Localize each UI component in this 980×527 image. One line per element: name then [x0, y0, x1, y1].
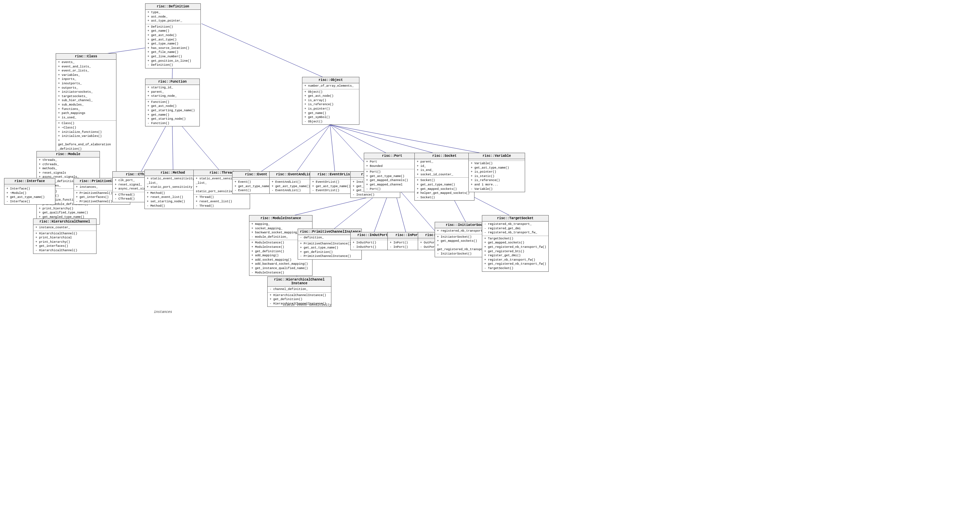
class-method-header: risc::Method — [145, 170, 201, 176]
svg-line-11 — [330, 125, 335, 175]
class-port-attrs: + Port+ Bounded — [364, 159, 420, 169]
label-static-event-sensitivity: static event sensitivity — [283, 303, 331, 307]
class-definition-attrs: + type_+ ast_node_+ ast_type_pointer_ — [145, 10, 200, 24]
class-object-attrs: + number_of_array_elements_ — [302, 83, 359, 89]
class-target-socket-methods: + TargetSocket()+ get_mapped_sockets()+ … — [482, 236, 548, 271]
class-object-header: risc::Object — [302, 77, 359, 83]
class-hierarchical-channel-header: risc::HierarchicalChannel — [33, 219, 96, 225]
class-hierarchical-channel-attrs: + instance_counter_ — [33, 225, 96, 231]
class-hierarchical-channel-instance: risc::HierarchicalChannelInstance - chan… — [267, 276, 331, 307]
class-class-attrs: + events_+ event_and_lists_+ event_or_li… — [56, 60, 116, 121]
class-variable-methods: + Variable()+ get_ast_type_name()+ is_po… — [469, 161, 525, 192]
class-interface-methods: + Interface()+ ~Module()+ get_ast_type_n… — [5, 186, 55, 204]
class-socket-methods: + Socket()+ get_ast_type_name()+ get_map… — [415, 178, 474, 200]
svg-line-10 — [294, 125, 330, 175]
class-hierarchical-channel-instance-attrs: - channel_definition_ — [267, 287, 331, 293]
class-method-methods: + Method()+ reset_event_list()+ set_star… — [145, 190, 201, 209]
class-interface-header: risc::Interface — [5, 178, 55, 184]
svg-line-0 — [202, 24, 330, 80]
class-variable-header: risc::Variable — [469, 153, 525, 159]
class-socket-attrs: + parent_+ id_+ is_end_+ socket_id_count… — [415, 159, 474, 178]
label-instances: instances — [154, 310, 172, 314]
class-object: risc::Object + number_of_array_elements_… — [302, 77, 360, 125]
svg-line-14 — [330, 125, 445, 156]
diagram-container: risc::Definition + type_+ ast_node_+ ast… — [0, 0, 980, 527]
class-port-methods: + Port()+ get_ast_type_name()+ get_mappe… — [364, 169, 420, 192]
class-target-socket-header: risc::TargetSocket — [482, 216, 548, 222]
class-socket: risc::Socket + parent_+ id_+ is_end_+ so… — [414, 153, 474, 201]
class-module-instance-header: risc::ModuleInstance — [250, 216, 312, 222]
svg-line-13 — [330, 125, 393, 156]
class-socket-header: risc::Socket — [415, 153, 474, 159]
class-function: risc::Function + starting_id_+ parent_+ … — [145, 79, 200, 127]
class-interface: risc::Interface + Interface()+ ~Module()… — [4, 178, 55, 205]
class-hierarchical-channel: risc::HierarchicalChannel + instance_cou… — [33, 219, 97, 254]
svg-line-18 — [330, 195, 375, 232]
class-module-header: risc::Module — [37, 151, 100, 157]
class-function-methods: + Function()+ get_ast_node()+ get_starti… — [145, 100, 199, 127]
class-port-header: risc::Port — [364, 153, 420, 159]
class-definition-methods: + Definition()+ get_name()+ get_ast_node… — [145, 24, 200, 68]
class-variable: risc::Variable + Variable()+ get_ast_typ… — [468, 153, 525, 192]
svg-line-15 — [330, 125, 497, 156]
class-hierarchical-channel-instance-header: risc::HierarchicalChannelInstance — [267, 277, 331, 287]
class-hierarchical-channel-methods: + HierarchicalChannel()+ print_hierarchi… — [33, 231, 96, 254]
class-target-socket: risc::TargetSocket - registered_nb_trans… — [482, 215, 549, 272]
class-method-attrs: + static_event_sensitivity_list_+ static… — [145, 176, 201, 190]
class-definition-header: risc::Definition — [145, 4, 200, 10]
class-class-header: risc::Class — [56, 54, 116, 60]
class-object-methods: + Object()+ get_ast_node()+ is_array()+ … — [302, 89, 359, 125]
class-thread-methods: + Thread()+ reset_event_list()- Thread() — [194, 195, 250, 209]
class-function-attrs: + starting_id_+ parent_+ starting_node_ — [145, 85, 199, 100]
class-port: risc::Port + Port+ Bounded + Port()+ get… — [364, 153, 420, 192]
svg-line-9 — [256, 125, 330, 175]
class-definition: risc::Definition + type_+ ast_node_+ ast… — [145, 3, 201, 68]
class-method: risc::Method + static_event_sensitivity_… — [145, 170, 201, 209]
class-function-header: risc::Function — [145, 79, 199, 85]
class-target-socket-attrs: - registered_nb_transport_- registered_g… — [482, 222, 548, 236]
